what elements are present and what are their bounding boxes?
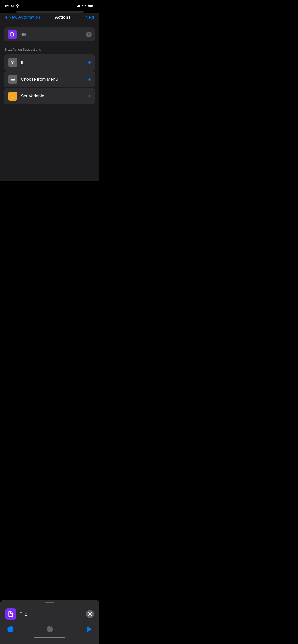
suggestion-item-if[interactable]: Y If +: [4, 54, 95, 71]
choose-from-menu-label: Choose from Menu: [21, 77, 88, 82]
clear-icon: [88, 33, 90, 36]
suggestion-item-choose-from-menu[interactable]: Choose from Menu +: [4, 71, 95, 87]
choose-from-menu-icon: [8, 75, 17, 84]
choose-from-menu-add-button[interactable]: +: [88, 77, 91, 82]
wifi-icon: [82, 4, 86, 8]
nav-title: Actions: [55, 15, 71, 20]
svg-rect-1: [88, 5, 93, 7]
nav-bar: New Automation Actions Next: [0, 13, 99, 23]
location-icon: [16, 4, 19, 8]
signal-icon: [76, 4, 80, 7]
status-time: 09:41: [5, 4, 19, 8]
svg-text:x: x: [11, 94, 13, 99]
clock: 09:41: [5, 4, 15, 8]
search-bar[interactable]: File: [4, 27, 95, 41]
main-content: File Next Action Suggestions Y If +: [0, 23, 99, 181]
svg-rect-3: [11, 78, 15, 78]
back-label: New Automation: [9, 15, 40, 20]
if-add-button[interactable]: +: [88, 60, 91, 65]
suggestions-list: Y If + Choose from Menu + x: [4, 54, 95, 104]
menu-shape-icon: [10, 77, 16, 82]
status-bar: 09:41: [0, 0, 99, 11]
next-button[interactable]: Next: [85, 15, 94, 20]
search-file-icon: [8, 30, 17, 39]
chevron-left-icon: [5, 15, 8, 20]
if-icon: Y: [8, 58, 17, 67]
svg-rect-4: [11, 79, 15, 80]
if-shape-icon: Y: [10, 60, 16, 65]
top-decoration: [15, 11, 84, 13]
back-button[interactable]: New Automation: [5, 15, 40, 20]
set-variable-label: Set Variable: [21, 94, 88, 99]
battery-icon: [88, 4, 94, 8]
file-document-icon: [10, 32, 15, 37]
suggestion-item-set-variable[interactable]: x Set Variable +: [4, 88, 95, 104]
search-clear-button[interactable]: [86, 32, 92, 37]
suggestions-section-label: Next Action Suggestions: [4, 48, 95, 51]
status-icons: [76, 4, 94, 8]
set-variable-icon: x: [8, 92, 17, 101]
svg-text:Y: Y: [11, 60, 14, 65]
search-input[interactable]: File: [19, 32, 84, 37]
set-variable-add-button[interactable]: +: [88, 93, 91, 99]
if-label: If: [21, 60, 88, 65]
svg-rect-5: [11, 81, 15, 81]
variable-shape-icon: x: [10, 93, 16, 99]
